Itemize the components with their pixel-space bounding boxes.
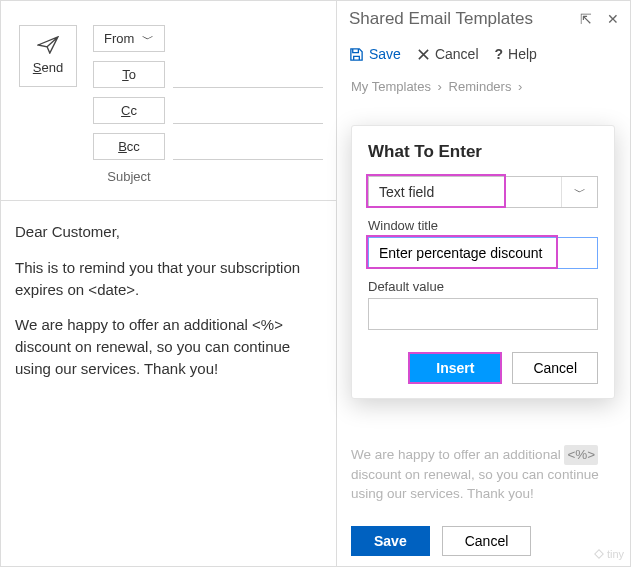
save-disk-icon: [349, 47, 364, 62]
toolbar-help[interactable]: ? Help: [495, 46, 537, 62]
panel-bottom-actions: Save Cancel: [351, 526, 617, 556]
popover-heading: What To Enter: [368, 142, 598, 162]
from-field[interactable]: [173, 25, 323, 52]
popover-actions: Insert Cancel: [368, 352, 598, 384]
toolbar-save-label: Save: [369, 46, 401, 62]
panel-title-bar: Shared Email Templates ⇱ ✕: [337, 1, 631, 37]
toolbar-save[interactable]: Save: [349, 46, 401, 62]
bcc-row: Bcc: [93, 133, 323, 161]
from-button[interactable]: From ﹀: [93, 25, 165, 52]
toolbar-help-label: Help: [508, 46, 537, 62]
insert-button[interactable]: Insert: [408, 352, 502, 384]
macro-token: <%>: [564, 445, 598, 465]
body-greeting: Dear Customer,: [15, 221, 322, 243]
field-type-value: Text field: [369, 177, 561, 207]
toolbar-cancel[interactable]: Cancel: [417, 46, 479, 62]
toolbar-cancel-label: Cancel: [435, 46, 479, 62]
unpin-icon[interactable]: ⇱: [580, 11, 592, 27]
from-button-label: From: [104, 31, 134, 46]
send-button[interactable]: Send: [19, 25, 77, 87]
diamond-icon: [593, 548, 605, 560]
to-button[interactable]: To: [93, 61, 165, 88]
svg-rect-0: [595, 550, 603, 558]
default-value-label: Default value: [368, 279, 598, 294]
panel-toolbar: Save Cancel ? Help: [337, 37, 631, 71]
body-para-2: We are happy to offer an additional <%> …: [15, 314, 322, 379]
from-row: From ﹀: [93, 25, 323, 53]
bcc-button-label: Bcc: [118, 139, 140, 154]
bcc-field[interactable]: [173, 133, 323, 160]
to-field[interactable]: [173, 61, 323, 88]
breadcrumb: My Templates › Reminders ›: [337, 71, 631, 98]
window-title-label: Window title: [368, 218, 598, 233]
close-icon[interactable]: ✕: [607, 11, 619, 27]
subject-label: Subject: [93, 169, 165, 184]
compose-header: Send From ﹀ To Cc Bcc: [1, 1, 336, 201]
x-icon: [417, 48, 430, 61]
bcc-button[interactable]: Bcc: [93, 133, 165, 160]
cc-field[interactable]: [173, 97, 323, 124]
cc-button-label: Cc: [121, 103, 137, 118]
cc-row: Cc: [93, 97, 323, 125]
window-title-input[interactable]: [368, 237, 598, 269]
to-button-label: To: [122, 67, 136, 82]
chevron-down-icon[interactable]: ﹀: [561, 177, 597, 207]
popover-cancel-button[interactable]: Cancel: [512, 352, 598, 384]
panel-cancel-button[interactable]: Cancel: [442, 526, 532, 556]
chevron-right-icon: ›: [438, 79, 442, 94]
to-row: To: [93, 61, 323, 89]
panel-save-button[interactable]: Save: [351, 526, 430, 556]
watermark: tiny: [593, 548, 624, 560]
email-body-editor[interactable]: Dear Customer, This is to remind you tha…: [1, 201, 336, 566]
what-to-enter-popover: What To Enter Text field ﹀ Window title …: [351, 125, 615, 399]
breadcrumb-item[interactable]: Reminders: [449, 79, 512, 94]
paper-plane-icon: [37, 36, 59, 54]
body-para-1: This is to remind you that your subscrip…: [15, 257, 322, 301]
chevron-right-icon: ›: [518, 79, 522, 94]
cc-button[interactable]: Cc: [93, 97, 165, 124]
field-type-select[interactable]: Text field ﹀: [368, 176, 598, 208]
panel-title: Shared Email Templates: [349, 9, 533, 29]
default-value-input[interactable]: [368, 298, 598, 330]
subject-row: Subject: [93, 169, 323, 193]
chevron-down-icon: ﹀: [142, 32, 154, 46]
question-icon: ?: [495, 46, 504, 62]
email-compose-region: Send From ﹀ To Cc Bcc: [1, 1, 336, 566]
breadcrumb-item[interactable]: My Templates: [351, 79, 431, 94]
preview-snippet: We are happy to offer an additional <%> …: [351, 445, 617, 504]
